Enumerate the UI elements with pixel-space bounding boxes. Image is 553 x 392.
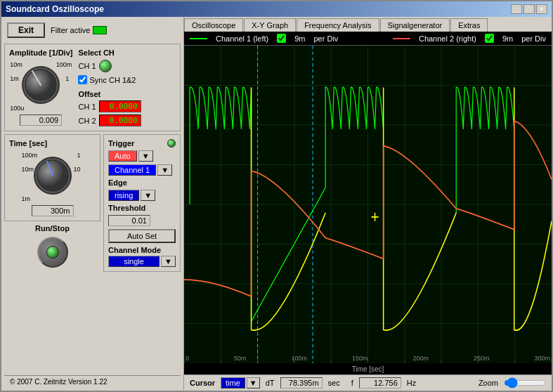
ch2-legend-label: Channel 2 (right) (419, 34, 476, 43)
ch1-legend-label: Channel 1 (left) (216, 34, 268, 43)
dt-label: dT (266, 379, 275, 387)
legend-bar: Channel 1 (left) 9m per Div Channel 2 (r… (184, 32, 552, 46)
edge-dropdown-btn[interactable]: ▼ (141, 190, 155, 201)
trigger-section: Trigger Auto ▼ Channel 1 ▼ Edge (103, 134, 181, 272)
middle-left: Time [sec] 100m 1 10m 10 1m (4, 134, 181, 372)
f-value[interactable]: 12.756 (359, 377, 401, 388)
channel-mode-area: Channel Mode single ▼ (108, 246, 176, 267)
runstop-section: Run/Stop (4, 224, 100, 268)
channel-mode-button[interactable]: single (108, 256, 160, 267)
time-value[interactable]: 300m (32, 205, 74, 216)
f-unit: Hz (407, 379, 416, 387)
ch2-per-div-text: per Div (521, 34, 546, 43)
time-1m: 1m (22, 195, 31, 202)
run-stop-button[interactable] (37, 237, 68, 268)
edge-value-button[interactable]: rising (108, 190, 139, 201)
ch2-legend-checkbox[interactable] (485, 34, 494, 43)
cursor-type-button[interactable]: time (221, 377, 245, 388)
ch2-offset-row: CH 2 0.0000 (78, 115, 141, 126)
close-button[interactable]: × (536, 4, 547, 14)
tab-extras[interactable]: Extras (450, 18, 488, 32)
time-axis-label: Time [sec] (352, 365, 384, 373)
edge-label: Edge (108, 178, 176, 187)
window-controls: _ □ × (511, 4, 547, 14)
ch1-led (99, 60, 112, 72)
ch1-offset-label: CH 1 (78, 103, 96, 111)
select-ch-label: Select CH (78, 48, 114, 57)
trigger-channel-dropdown[interactable]: ▼ (157, 164, 172, 176)
main-content: Exit Filter active Amplitude [1/Div] 10m (1, 17, 552, 391)
cursor-type-dropdown[interactable]: ▼ (247, 377, 260, 388)
ch1-per-div-val: 9m (294, 34, 305, 43)
amplitude-title: Amplitude [1/Div] (9, 48, 72, 57)
right-panel: Oscilloscope X-Y Graph Frequency Analysi… (184, 17, 552, 391)
zoom-slider[interactable] (504, 378, 546, 388)
trigger-channel-button[interactable]: Channel 1 (108, 164, 156, 176)
filter-label: Filter active (51, 26, 90, 34)
trigger-auto-button[interactable]: Auto (108, 150, 137, 162)
tab-xy-graph-label: X-Y Graph (252, 21, 288, 30)
minimize-button[interactable]: _ (511, 4, 522, 14)
x-label-300m: 300m (534, 355, 550, 362)
zoom-label: Zoom (479, 379, 498, 387)
tab-oscilloscope[interactable]: Oscilloscope (184, 18, 243, 32)
copyright-text: © 2007 C. Zeitnitz Version 1.22 (10, 378, 108, 386)
tab-signalgenerator[interactable]: Signalgenerator (380, 18, 450, 32)
tab-oscilloscope-label: Oscilloscope (192, 21, 235, 30)
ch1-per-div-text: per Div (314, 34, 339, 43)
dt-value[interactable]: 78.395m (280, 377, 323, 388)
amplitude-knob[interactable] (20, 64, 62, 106)
cursor-bar: Cursor time ▼ dT 78.395m sec f 12.756 Hz… (184, 374, 552, 391)
amplitude-value[interactable]: 0.009 (20, 115, 62, 126)
tab-signalgenerator-label: Signalgenerator (388, 21, 443, 30)
time-runstop-col: Time [sec] 100m 1 10m 10 1m (4, 134, 100, 372)
cursor-label: Cursor (190, 379, 215, 387)
amplitude-section: Amplitude [1/Div] 10m 100m 1m 1 100u (4, 44, 181, 131)
channel-mode-dropdown[interactable]: ▼ (161, 256, 176, 267)
autoset-button[interactable]: Auto Set (108, 229, 176, 243)
x-label-0: 0 (186, 355, 189, 362)
threshold-value[interactable]: 0.01 (108, 215, 150, 226)
amp-label-1m: 1m (10, 75, 19, 82)
x-label-250m: 250m (474, 355, 490, 362)
ch2-offset-value[interactable]: 0.0000 (99, 115, 141, 126)
trigger-auto-dropdown[interactable]: ▼ (138, 150, 153, 162)
tab-frequency-analysis-label: Frequency Analysis (304, 21, 371, 30)
main-window: Soundcard Oszilloscope _ □ × Exit Filter… (0, 0, 553, 392)
x-label-200m: 200m (412, 355, 429, 362)
tab-extras-label: Extras (458, 21, 480, 30)
tabs-bar: Oscilloscope X-Y Graph Frequency Analysi… (184, 17, 552, 32)
time-10: 10 (73, 166, 80, 173)
time-title: Time [sec] (9, 139, 96, 148)
filter-active-area: Filter active (51, 26, 107, 34)
ch1-offset-row: CH 1 0.0000 (78, 100, 141, 112)
ch2-offset-label: CH 2 (78, 117, 96, 125)
ch2-legend-line (393, 38, 410, 39)
sync-checkbox[interactable] (78, 75, 87, 84)
runstop-label: Run/Stop (35, 224, 70, 233)
tab-frequency-analysis[interactable]: Frequency Analysis (297, 18, 379, 32)
left-panel: Exit Filter active Amplitude [1/Div] 10m (1, 17, 184, 391)
title-bar: Soundcard Oszilloscope _ □ × (1, 1, 552, 17)
sync-label: Sync CH 1&2 (89, 76, 136, 84)
run-led (46, 246, 59, 259)
threshold-label: Threshold (108, 204, 176, 212)
f-label: f (351, 379, 353, 387)
x-label-100m: 100m (291, 355, 307, 362)
trigger-header: Trigger (108, 139, 176, 148)
trigger-col: Trigger Auto ▼ Channel 1 ▼ Edge (103, 134, 181, 372)
dt-unit: sec (328, 379, 340, 387)
window-title: Soundcard Oszilloscope (6, 4, 104, 14)
tab-xy-graph[interactable]: X-Y Graph (244, 18, 296, 32)
x-label-50m: 50m (234, 355, 247, 362)
scope-display: 0 50m 100m 150m 200m 250m 300m (184, 46, 552, 363)
time-knob[interactable] (32, 155, 74, 197)
top-controls: Exit Filter active (4, 20, 181, 41)
maximize-button[interactable]: □ (523, 4, 535, 14)
time-axis-label-row: Time [sec] (184, 363, 552, 374)
ch1-label: CH 1 (78, 62, 96, 70)
ch1-legend-checkbox[interactable] (277, 34, 286, 43)
time-section: Time [sec] 100m 1 10m 10 1m (4, 134, 100, 221)
exit-button[interactable]: Exit (7, 22, 45, 38)
ch1-offset-value[interactable]: 0.0000 (99, 100, 141, 112)
